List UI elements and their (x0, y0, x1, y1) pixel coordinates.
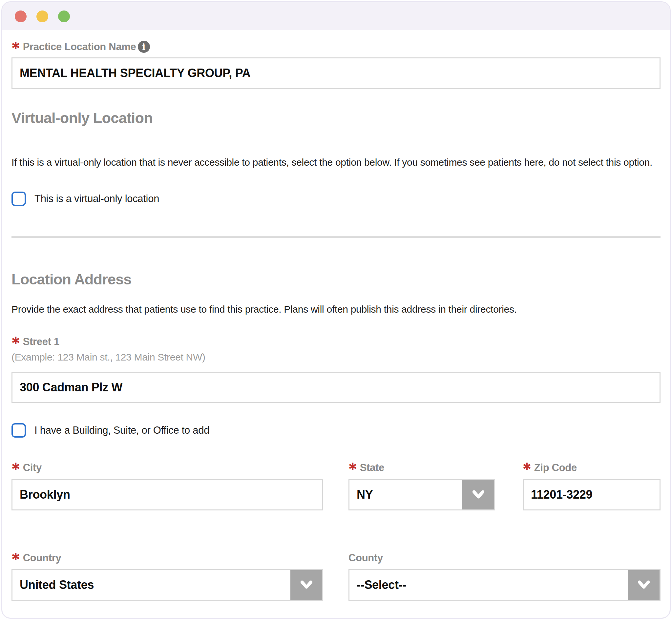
practice-location-name-input[interactable] (11, 57, 661, 89)
window-maximize-button[interactable] (58, 10, 70, 22)
zip-field-group: ✱ Zip Code (523, 461, 661, 510)
building-suite-checkbox-row: I have a Building, Suite, or Office to a… (11, 423, 661, 438)
chevron-down-icon (628, 570, 660, 600)
country-county-row: ✱ Country United States County (11, 551, 661, 601)
virtual-only-checkbox-label: This is a virtual-only location (35, 191, 159, 206)
street1-label: Street 1 (23, 335, 59, 348)
required-asterisk-icon: ✱ (11, 461, 20, 472)
city-field-group: ✱ City (11, 461, 323, 510)
practice-location-name-label: Practice Location Name (23, 40, 136, 53)
chevron-down-icon (291, 570, 322, 600)
city-label: City (23, 461, 42, 474)
county-label-row: County (349, 551, 661, 565)
required-asterisk-icon: ✱ (11, 335, 20, 346)
city-input[interactable] (11, 479, 323, 510)
zip-label-row: ✱ Zip Code (523, 461, 661, 474)
country-label: Country (23, 551, 61, 565)
state-label: State (360, 461, 384, 474)
county-select-value: --Select-- (357, 578, 406, 592)
zip-label: Zip Code (534, 461, 577, 474)
required-asterisk-icon: ✱ (523, 461, 531, 472)
street1-hint: (Example: 123 Main st., 123 Main Street … (11, 350, 661, 364)
location-address-heading: Location Address (11, 271, 661, 288)
building-suite-checkbox-label: I have a Building, Suite, or Office to a… (35, 423, 209, 438)
window-minimize-button[interactable] (37, 10, 48, 22)
state-select[interactable]: NY (349, 479, 495, 510)
country-select[interactable]: United States (11, 569, 323, 601)
city-label-row: ✱ City (11, 461, 323, 474)
virtual-only-description: If this is a virtual-only location that … (11, 153, 661, 171)
zip-input[interactable] (523, 479, 661, 510)
county-select[interactable]: --Select-- (349, 569, 661, 601)
info-icon[interactable]: i (138, 41, 150, 53)
app-window: ✱ Practice Location Name i Virtual-only … (1, 1, 671, 619)
virtual-only-heading: Virtual-only Location (11, 109, 661, 127)
virtual-only-checkbox[interactable] (11, 192, 26, 206)
country-label-row: ✱ Country (11, 551, 323, 565)
location-address-description: Provide the exact address that patients … (11, 300, 661, 318)
window-titlebar (2, 2, 670, 30)
chevron-down-icon (462, 480, 494, 509)
street1-label-row: ✱ Street 1 (11, 335, 661, 348)
required-asterisk-icon: ✱ (349, 461, 357, 472)
building-suite-checkbox[interactable] (11, 423, 26, 437)
county-label: County (349, 551, 383, 565)
county-field-group: County --Select-- (349, 551, 661, 601)
info-icon-glyph: i (142, 42, 145, 52)
required-asterisk-icon: ✱ (11, 551, 20, 562)
city-state-zip-row: ✱ City ✱ State NY (11, 461, 661, 510)
state-label-row: ✱ State (349, 461, 495, 474)
section-divider (11, 236, 661, 238)
window-close-button[interactable] (15, 10, 27, 22)
required-asterisk-icon: ✱ (11, 40, 20, 51)
street1-input[interactable] (11, 372, 661, 403)
country-field-group: ✱ Country United States (11, 551, 323, 601)
practice-location-name-label-row: ✱ Practice Location Name i (11, 40, 661, 53)
state-select-value: NY (357, 488, 373, 502)
state-field-group: ✱ State NY (349, 461, 495, 510)
form-content: ✱ Practice Location Name i Virtual-only … (2, 40, 670, 601)
virtual-only-checkbox-row: This is a virtual-only location (11, 191, 661, 206)
country-select-value: United States (20, 578, 94, 592)
